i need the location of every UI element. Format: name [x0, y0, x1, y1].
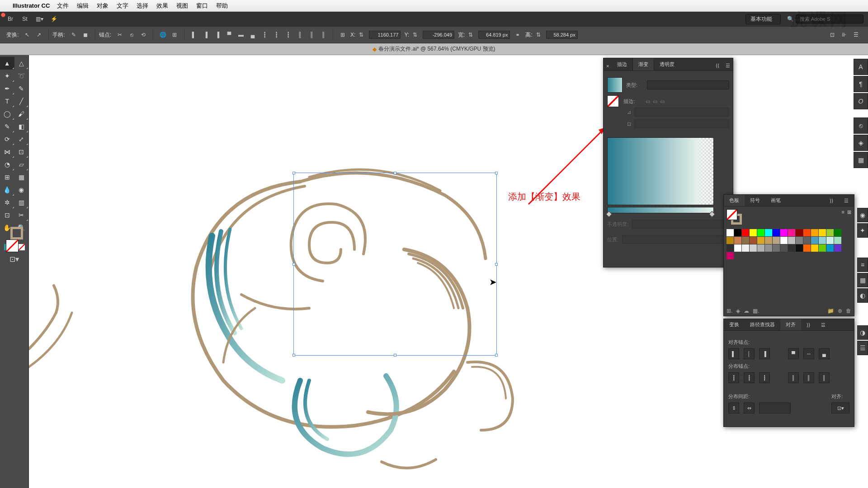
handle-icon-1[interactable]: ✎	[69, 30, 79, 40]
stroke-opt-2-icon[interactable]: ▭	[653, 99, 657, 104]
swatch[interactable]	[788, 229, 795, 236]
dist-hcenter-icon[interactable]: ║	[803, 372, 814, 383]
dist-left-icon[interactable]: ║	[788, 372, 799, 383]
mesh-tool[interactable]: ⊞	[0, 171, 14, 183]
swatch[interactable]	[796, 244, 803, 252]
gradient-preview[interactable]	[607, 137, 714, 205]
menu-effect[interactable]: 效果	[156, 2, 168, 10]
tab-brushes[interactable]: 画笔	[765, 195, 786, 206]
tab-pathfinder[interactable]: 路径查找器	[745, 319, 780, 330]
layers-panel-icon[interactable]: ☰	[857, 341, 868, 355]
align-right-icon[interactable]: ▐	[759, 348, 770, 359]
curvature-tool[interactable]: ✎	[14, 82, 29, 95]
opts-icon[interactable]: ☁	[744, 308, 749, 314]
align-vcenter-icon[interactable]: ─	[803, 348, 814, 359]
show-icon[interactable]: ◈	[736, 308, 740, 314]
dist-h-icon-1[interactable]: ┇	[259, 30, 269, 40]
swatch[interactable]	[757, 244, 764, 252]
spacing-field[interactable]	[759, 403, 791, 413]
lib-icon[interactable]: ⊞.	[726, 308, 732, 314]
swatch[interactable]	[742, 237, 749, 244]
stepper-icon[interactable]: ⇅	[533, 30, 543, 40]
swatch[interactable]	[826, 229, 834, 236]
swatch[interactable]	[834, 237, 841, 244]
dist-bottom-icon[interactable]: ┇	[759, 372, 770, 383]
dist-v-icon-1[interactable]: ║	[295, 30, 305, 40]
tab-gradient[interactable]: 渐变	[632, 58, 654, 70]
swatch[interactable]	[757, 229, 764, 236]
x-value[interactable]: 1160.177	[369, 31, 401, 39]
swatch[interactable]	[742, 244, 749, 252]
stroke-opt-1-icon[interactable]: ▭	[646, 99, 650, 104]
y-value[interactable]: -296.049	[423, 31, 454, 39]
list-view-icon[interactable]: ≡	[842, 209, 844, 215]
trans-panel-icon[interactable]: ◐	[857, 288, 868, 303]
asset-panel-icon[interactable]: ◈	[854, 135, 868, 151]
swatch[interactable]	[811, 237, 818, 244]
swatch[interactable]	[734, 244, 741, 252]
pen-tool[interactable]: ✒	[0, 82, 14, 95]
gradient-swatch[interactable]	[607, 77, 623, 93]
menu-view[interactable]: 视图	[176, 2, 188, 10]
swatch[interactable]	[788, 244, 795, 252]
tab-stroke[interactable]: 描边	[612, 58, 632, 70]
export-panel-icon[interactable]: ⎋	[854, 117, 868, 134]
dist-top-icon[interactable]: ┇	[728, 372, 739, 383]
stepper-icon[interactable]: ⇅	[410, 30, 420, 40]
stroke-panel-icon[interactable]: ≡	[857, 258, 868, 272]
align-top-icon[interactable]: ▀	[224, 30, 234, 40]
menu-window[interactable]: 窗口	[196, 2, 208, 10]
new-folder-icon[interactable]: 📁	[827, 308, 834, 314]
menu-file[interactable]: 文件	[57, 2, 69, 10]
swatch[interactable]	[734, 237, 741, 244]
swatch[interactable]	[796, 237, 803, 244]
swatch[interactable]	[734, 229, 741, 236]
swatch[interactable]	[788, 237, 795, 244]
swatch[interactable]	[765, 244, 772, 252]
stock-icon[interactable]: St	[19, 14, 31, 24]
align-panel[interactable]: 变换 路径查找器 对齐 ⟩⟩ ☰ 对齐锚点: ▌ │ ▐ ▀ ─ ▄ 分布锚点:…	[723, 319, 854, 427]
ref-point-icon[interactable]: ⊞	[338, 30, 348, 40]
gradient-panel[interactable]: × 描边 渐变 透明度 ⟨⟨ ☰ 类型: 描边: ▭	[603, 58, 733, 267]
lasso-tool[interactable]: ➰	[14, 70, 29, 82]
search-input[interactable]	[796, 14, 863, 23]
magic-wand-tool[interactable]: ✦	[0, 70, 14, 82]
free-transform-tool[interactable]: ⊡	[14, 145, 29, 158]
anchor-icon-2[interactable]: ⎋	[127, 30, 137, 40]
swatch[interactable]	[811, 229, 818, 236]
lib-panel-icon[interactable]: ▦	[854, 152, 868, 168]
tab-transform[interactable]: 变换	[724, 319, 745, 330]
gradient-slider[interactable]	[607, 207, 714, 213]
opacity-field[interactable]	[632, 220, 729, 229]
align-top-icon[interactable]: ▀	[788, 348, 799, 359]
swatch[interactable]	[750, 244, 757, 252]
expand-icon[interactable]: ⟩⟩	[801, 320, 816, 330]
align-bottom-icon[interactable]: ▄	[819, 348, 830, 359]
menu-type[interactable]: 文字	[117, 2, 128, 10]
swatch[interactable]	[780, 229, 788, 236]
anchor-icon-1[interactable]: ✂	[115, 30, 125, 40]
swatches-panel[interactable]: 色板 符号 画笔 ⟩⟩ ☰ ≡⊞ ⊞. ◈ ☁ ▦. 📁 ⊕ 🗑	[723, 194, 854, 316]
position-field[interactable]	[622, 235, 729, 244]
dist-h-icon-2[interactable]: ┇	[271, 30, 281, 40]
stepper-icon[interactable]: ⇅	[356, 30, 366, 40]
grid-view-icon[interactable]: ⊞	[847, 209, 851, 215]
swatch[interactable]	[819, 244, 826, 252]
menu-select[interactable]: 选择	[137, 2, 148, 10]
selection-box[interactable]	[293, 173, 497, 356]
swatch[interactable]	[726, 229, 734, 236]
tab-align[interactable]: 对齐	[780, 319, 801, 330]
eraser-tool[interactable]: ◧	[14, 120, 29, 133]
align-bottom-icon[interactable]: ▄	[248, 30, 258, 40]
type-tool[interactable]: T	[0, 95, 14, 108]
dist-icon[interactable]: ⊞	[170, 30, 179, 40]
gradient-tool[interactable]: ▦	[14, 171, 29, 183]
tab-opacity[interactable]: 透明度	[654, 58, 680, 70]
menu-help[interactable]: 帮助	[216, 2, 228, 10]
swatch[interactable]	[773, 244, 780, 252]
w-value[interactable]: 64.819 px	[478, 31, 510, 39]
para-panel-icon[interactable]: ¶	[854, 76, 868, 92]
isolate-icon[interactable]: ⊡	[827, 30, 837, 40]
swatch[interactable]	[780, 244, 788, 252]
convert-point-icon-2[interactable]: ↗	[34, 30, 44, 40]
